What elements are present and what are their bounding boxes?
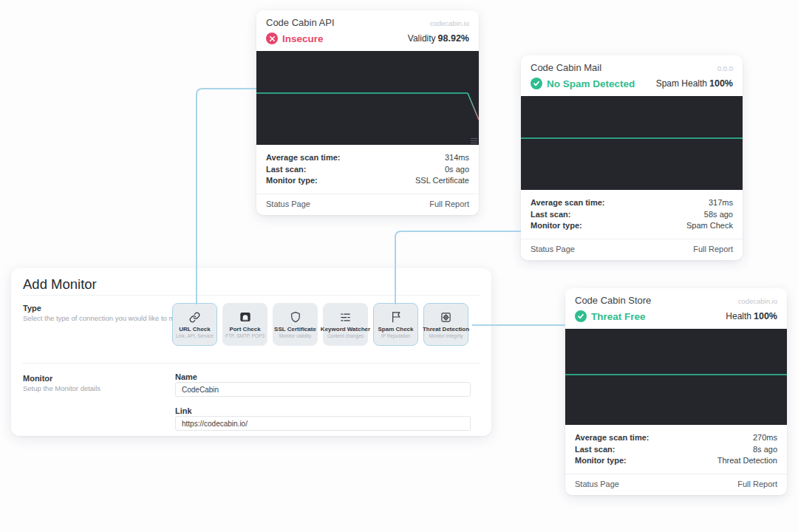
full-report-link[interactable]: Full Report [693,245,733,253]
status-text: Insecure [282,33,324,44]
card-domain: codecabin.io [738,297,777,305]
stat-label: Last scan: [266,164,306,176]
card-title: Code Cabin Store [575,295,651,306]
divider [22,295,480,296]
tile-sublabel: FTP, SMTP, POP3 [225,333,265,338]
stat-label: Average scan time: [575,432,649,444]
metric-value: 98.92% [438,33,469,44]
tile-sublabel: Monitor integrity [429,333,463,338]
tile-threat-detection[interactable]: Threat Detection Monitor integrity [423,303,468,346]
tile-label: URL Check [179,326,211,332]
validity-sparkline [256,51,479,145]
health-sparkline [565,329,787,425]
stat-value: 317ms [709,197,733,209]
card-header: Code Cabin Mail 0.0.0 No Spam Detected S… [521,55,743,96]
card-header: Code Cabin API codecabin.io Insecure Val… [256,10,479,51]
status-page-link[interactable]: Status Page [266,200,310,208]
monitor-section-description: Setup the Monitor details [23,384,100,392]
stat-value: Threat Detection [717,455,777,467]
stat-value: Spam Check [686,220,733,232]
card-stats: Average scan time:314ms Last scan:0s ago… [256,145,479,194]
link-field-label: Link [175,406,192,415]
check-circle-icon [575,310,587,322]
stat-value: 0s ago [445,164,469,176]
tile-label: SSL Certificate [274,326,316,332]
card-code-cabin-store: Code Cabin Store codecabin.io Threat Fre… [565,288,787,495]
tile-label: Keyword Watcher [321,326,370,332]
card-code-cabin-api: Code Cabin API codecabin.io Insecure Val… [256,10,479,215]
stat-value: 270ms [753,432,777,444]
card-title: Code Cabin Mail [531,62,601,73]
stat-label: Last scan: [531,209,570,221]
card-stats: Average scan time:270ms Last scan:8s ago… [565,425,787,474]
list-lines-icon [340,311,351,324]
card-domain: 0.0.0 [717,64,733,72]
tile-sublabel: Content changes [327,333,364,338]
metric-label: Spam Health [656,78,707,89]
status-text: No Spam Detected [547,78,635,89]
tile-sublabel: IP Reputation [381,333,410,338]
type-section-description: Select the type of connection you would … [23,314,192,322]
tile-sublabel: Monitor validity [279,333,311,338]
stat-label: Last scan: [575,444,615,456]
name-input[interactable] [175,382,471,397]
tile-sublabel: Link, API, Service [176,333,214,338]
stat-label: Average scan time: [531,197,604,209]
full-report-link[interactable]: Full Report [737,480,777,488]
name-field-label: Name [175,372,197,381]
shield-icon [290,311,301,324]
tile-port-check[interactable]: Port Check FTP, SMTP, POP3 [222,303,267,346]
status-page-link[interactable]: Status Page [575,480,619,488]
monitor-type-tiles: URL Check Link, API, Service Port Check … [172,303,468,346]
tile-label: Spam Check [378,326,413,332]
add-monitor-panel: Add Monitor Type Select the type of conn… [11,268,491,436]
monitor-section-label: Monitor [23,374,52,383]
stat-value: SSL Certificate [415,175,469,187]
status-text: Threat Free [591,311,646,322]
card-header: Code Cabin Store codecabin.io Threat Fre… [565,288,787,329]
card-code-cabin-mail: Code Cabin Mail 0.0.0 No Spam Detected S… [521,55,743,260]
tile-label: Threat Detection [423,326,469,332]
stat-label: Monitor type: [575,455,627,467]
tile-url-check[interactable]: URL Check Link, API, Service [172,303,217,346]
card-title: Code Cabin API [266,17,335,28]
full-report-link[interactable]: Full Report [429,200,469,208]
tile-label: Port Check [229,326,260,332]
metric-label: Health [726,311,751,321]
card-stats: Average scan time:317ms Last scan:58s ag… [521,190,743,239]
tile-keyword-watcher[interactable]: Keyword Watcher Content changes [323,303,368,346]
spam-health-sparkline [521,96,743,190]
stat-value: 314ms [445,152,469,164]
type-section-label: Type [23,304,41,313]
stat-label: Monitor type: [266,175,318,187]
safe-icon [440,311,451,324]
divider [22,363,480,364]
metric-value: 100% [754,311,777,321]
stat-value: 8s ago [753,444,777,456]
ethernet-port-icon [239,311,251,324]
stat-label: Monitor type: [531,220,582,232]
check-circle-icon [531,78,542,89]
metric-value: 100% [709,78,733,89]
stat-value: 58s ago [704,209,733,221]
error-circle-icon [266,33,278,44]
link-icon [189,311,200,324]
dashboard-canvas: Code Cabin API codecabin.io Insecure Val… [0,0,798,532]
metric-label: Validity [408,33,436,44]
card-domain: codecabin.io [430,19,469,27]
stat-label: Average scan time: [266,152,340,164]
tile-ssl-certificate[interactable]: SSL Certificate Monitor validity [273,303,318,346]
tile-spam-check[interactable]: Spam Check IP Reputation [373,303,418,346]
status-page-link[interactable]: Status Page [531,245,575,253]
resize-grip-icon [471,137,477,143]
panel-title: Add Monitor [23,276,97,293]
link-input[interactable] [175,416,471,431]
flag-icon [391,311,401,324]
